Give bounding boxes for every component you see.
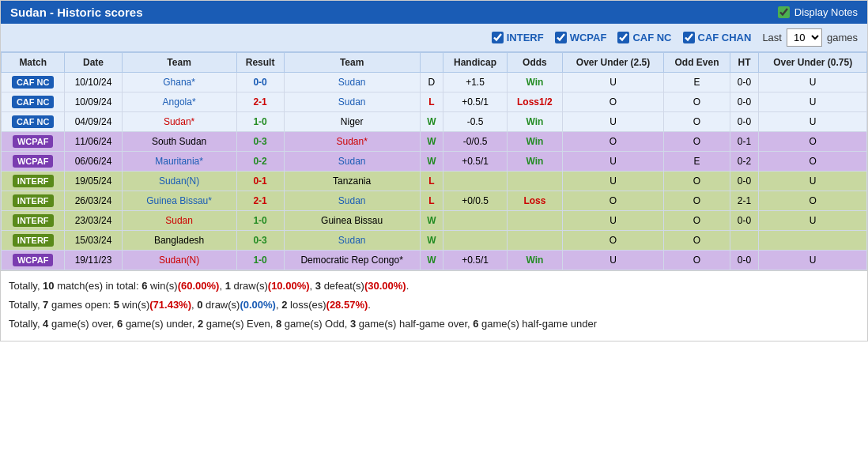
total-draws: 1 [225, 280, 231, 292]
cell-odds: Win [508, 73, 563, 92]
cell-odds [508, 231, 563, 251]
cell-outcome: W [420, 152, 443, 172]
last-games-select[interactable]: 5 10 15 20 All [787, 28, 822, 47]
table-row: INTERF15/03/24Bangladesh0-3SudanWOO [2, 231, 867, 251]
cell-odds: Loss [508, 191, 563, 211]
cell-handicap [443, 211, 508, 231]
cell-over-under: U [562, 251, 664, 270]
table-row: INTERF23/03/24Sudan1-0Guinea BissauWUO0-… [2, 211, 867, 231]
col-team1: Team [122, 53, 236, 73]
cell-result: 0-2 [236, 152, 284, 172]
cell-team2: Sudan [284, 73, 420, 92]
cell-ht: 0-0 [730, 112, 759, 132]
table-row: INTERF26/03/24Guinea Bissau*2-1SudanL+0/… [2, 191, 867, 211]
cell-odd-even: O [664, 132, 730, 152]
cell-date: 19/11/23 [65, 251, 122, 270]
total-wins: 6 [142, 280, 147, 292]
display-notes-checkbox[interactable] [778, 6, 790, 18]
cell-over-under: O [562, 231, 664, 251]
cell-over-under2: O [759, 152, 867, 172]
cell-match-type: INTERF [2, 231, 65, 251]
cell-odds: Win [508, 132, 563, 152]
cell-match-type: INTERF [2, 191, 65, 211]
cell-handicap: +0.5/1 [443, 251, 508, 270]
cell-over-under2: U [759, 251, 867, 270]
summary-line2: Totally, 7 games open: 5 win(s)(71.43%),… [9, 296, 859, 314]
col-ht: HT [730, 53, 759, 73]
cell-odd-even: O [664, 92, 730, 112]
games-label: games [827, 32, 858, 43]
header-bar: Sudan - Historic scores Display Notes [1, 1, 867, 24]
cell-team1: Ghana* [122, 73, 236, 92]
filter-wcpaf-label: WCPAF [570, 32, 607, 43]
cell-result: 0-3 [236, 231, 284, 251]
cell-ht: 0-1 [730, 132, 759, 152]
cell-odd-even: O [664, 191, 730, 211]
cell-outcome: L [420, 191, 443, 211]
cell-team1: Guinea Bissau* [122, 191, 236, 211]
open-wins-pct: (71.43%) [149, 299, 191, 311]
filter-wcpaf-checkbox[interactable] [555, 32, 567, 43]
cell-outcome: W [420, 211, 443, 231]
cell-date: 19/05/24 [65, 172, 122, 191]
cell-handicap: +0.5/1 [443, 92, 508, 112]
cell-team1: Sudan [122, 211, 236, 231]
cell-outcome: L [420, 172, 443, 191]
table-row: CAF NC10/09/24Angola*2-1SudanL+0.5/1Loss… [2, 92, 867, 112]
filter-caf-nc-checkbox[interactable] [617, 32, 629, 43]
cell-outcome: W [420, 251, 443, 270]
cell-outcome: W [420, 132, 443, 152]
cell-result: 1-0 [236, 112, 284, 132]
cell-odds: Win [508, 152, 563, 172]
scores-table: Match Date Team Result Team Handicap Odd… [1, 52, 867, 270]
cell-ht: 0-0 [730, 172, 759, 191]
cell-over-under: O [562, 191, 664, 211]
cell-ht [730, 231, 759, 251]
col-handicap: Handicap [443, 53, 508, 73]
cell-over-under2: U [759, 112, 867, 132]
total-defeats-pct: (30.00%) [364, 280, 406, 292]
cell-odds: Win [508, 251, 563, 270]
filter-caf-chan-checkbox[interactable] [683, 32, 695, 43]
display-notes-area: Display Notes [778, 6, 858, 18]
summary-section: Totally, 10 match(es) in total: 6 win(s)… [1, 270, 867, 341]
cell-over-under: U [562, 73, 664, 92]
col-odd-even: Odd Even [664, 53, 730, 73]
last-games-filter: Last 5 10 15 20 All games [762, 28, 858, 47]
cell-result: 0-1 [236, 172, 284, 191]
games-hg-over: 3 [350, 318, 356, 330]
games-hg-under: 6 [473, 318, 478, 330]
open-draws: 0 [197, 299, 202, 311]
cell-date: 10/09/24 [65, 92, 122, 112]
cell-handicap: -0.5 [443, 112, 508, 132]
cell-handicap [443, 172, 508, 191]
cell-team2: Sudan [284, 191, 420, 211]
cell-odd-even: E [664, 152, 730, 172]
cell-result: 2-1 [236, 191, 284, 211]
cell-team1: Sudan(N) [122, 172, 236, 191]
open-wins: 5 [114, 299, 119, 311]
cell-team1: Mauritania* [122, 152, 236, 172]
col-odds: Odds [508, 53, 563, 73]
col-date: Date [65, 53, 122, 73]
filter-bar: INTERF WCPAF CAF NC CAF CHAN Last 5 10 1… [1, 24, 867, 52]
cell-result: 2-1 [236, 92, 284, 112]
cell-team2: Niger [284, 112, 420, 132]
cell-result: 1-0 [236, 211, 284, 231]
games-even: 2 [198, 318, 203, 330]
cell-match-type: WCPAF [2, 251, 65, 270]
summary-line3: Totally, 4 game(s) over, 6 game(s) under… [9, 315, 859, 333]
cell-date: 04/09/24 [65, 112, 122, 132]
games-over: 4 [43, 318, 48, 330]
cell-match-type: WCPAF [2, 132, 65, 152]
table-body: CAF NC10/10/24Ghana*0-0SudanD+1.5WinUE0-… [2, 73, 867, 270]
cell-date: 23/03/24 [65, 211, 122, 231]
filter-interf-checkbox[interactable] [492, 32, 504, 43]
cell-result: 0-0 [236, 73, 284, 92]
filter-caf-chan: CAF CHAN [683, 32, 752, 43]
table-row: INTERF19/05/24Sudan(N)0-1TanzaniaLUO0-0U [2, 172, 867, 191]
table-row: WCPAF11/06/24South Sudan0-3Sudan*W-0/0.5… [2, 132, 867, 152]
table-row: CAF NC04/09/24Sudan*1-0NigerW-0.5WinUO0-… [2, 112, 867, 132]
cell-handicap: +0.5/1 [443, 152, 508, 172]
cell-date: 06/06/24 [65, 152, 122, 172]
